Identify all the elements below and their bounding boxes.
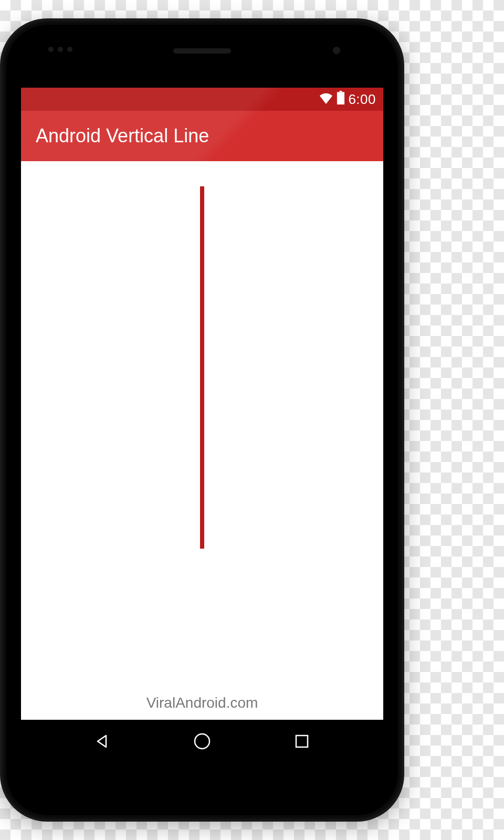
- android-navigation-bar: [21, 720, 383, 763]
- phone-device-frame: 6:00 Android Vertical Line ViralAndroid.…: [0, 18, 404, 822]
- app-title: Android Vertical Line: [36, 125, 209, 147]
- wifi-icon: [319, 91, 333, 108]
- svg-rect-1: [337, 92, 344, 104]
- svg-rect-3: [296, 736, 308, 747]
- svg-rect-0: [340, 91, 342, 92]
- watermark-text: ViralAndroid.com: [146, 695, 258, 711]
- phone-screen: 6:00 Android Vertical Line ViralAndroid.…: [21, 88, 383, 763]
- status-clock: 6:00: [348, 91, 376, 108]
- front-camera: [333, 47, 340, 54]
- phone-speaker: [173, 48, 231, 54]
- battery-icon: [337, 91, 345, 108]
- app-action-bar: Android Vertical Line: [21, 111, 383, 161]
- back-button[interactable]: [92, 731, 113, 752]
- android-status-bar[interactable]: 6:00: [21, 88, 383, 111]
- vertical-line-view: [200, 186, 204, 549]
- home-button[interactable]: [192, 731, 213, 752]
- svg-point-2: [195, 734, 209, 749]
- main-content-area: ViralAndroid.com: [21, 161, 383, 720]
- recent-apps-button[interactable]: [291, 731, 312, 752]
- proximity-sensors: [48, 47, 72, 52]
